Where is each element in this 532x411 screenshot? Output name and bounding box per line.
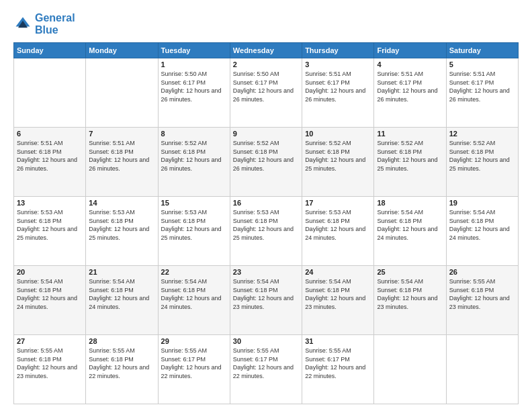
- calendar-cell: [86, 58, 158, 128]
- day-number: 14: [89, 199, 154, 207]
- calendar-cell: 22Sunrise: 5:54 AMSunset: 6:18 PMDayligh…: [158, 266, 230, 335]
- day-number: 31: [305, 337, 371, 345]
- weekday-header: Thursday: [302, 43, 374, 58]
- calendar-cell: 11Sunrise: 5:52 AMSunset: 6:18 PMDayligh…: [374, 128, 446, 197]
- day-info: Sunrise: 5:55 AMSunset: 6:17 PMDaylight:…: [305, 347, 371, 380]
- day-info: Sunrise: 5:52 AMSunset: 6:18 PMDaylight:…: [233, 139, 299, 173]
- day-number: 21: [89, 268, 154, 276]
- day-info: Sunrise: 5:55 AMSunset: 6:18 PMDaylight:…: [449, 277, 515, 311]
- calendar-cell: 24Sunrise: 5:54 AMSunset: 6:18 PMDayligh…: [302, 266, 374, 335]
- day-number: 1: [161, 60, 227, 68]
- day-number: 19: [449, 199, 515, 207]
- calendar-cell: 21Sunrise: 5:54 AMSunset: 6:18 PMDayligh…: [86, 266, 158, 335]
- day-info: Sunrise: 5:55 AMSunset: 6:17 PMDaylight:…: [161, 347, 227, 380]
- day-info: Sunrise: 5:52 AMSunset: 6:18 PMDaylight:…: [377, 139, 443, 173]
- calendar-week-row: 13Sunrise: 5:53 AMSunset: 6:18 PMDayligh…: [14, 197, 519, 266]
- day-number: 10: [305, 130, 371, 138]
- day-info: Sunrise: 5:54 AMSunset: 6:18 PMDaylight:…: [17, 277, 83, 311]
- day-number: 17: [305, 199, 371, 207]
- calendar-cell: 12Sunrise: 5:52 AMSunset: 6:18 PMDayligh…: [446, 128, 518, 197]
- calendar-cell: 19Sunrise: 5:54 AMSunset: 6:18 PMDayligh…: [446, 197, 518, 266]
- calendar-cell: 5Sunrise: 5:51 AMSunset: 6:17 PMDaylight…: [446, 58, 518, 128]
- calendar-cell: 14Sunrise: 5:53 AMSunset: 6:18 PMDayligh…: [86, 197, 158, 266]
- day-number: 29: [161, 337, 227, 345]
- day-info: Sunrise: 5:50 AMSunset: 6:17 PMDaylight:…: [161, 70, 227, 103]
- day-number: 13: [17, 199, 83, 207]
- day-info: Sunrise: 5:54 AMSunset: 6:18 PMDaylight:…: [89, 277, 154, 311]
- calendar-cell: 13Sunrise: 5:53 AMSunset: 6:18 PMDayligh…: [14, 197, 86, 266]
- calendar-cell: 28Sunrise: 5:55 AMSunset: 6:18 PMDayligh…: [86, 335, 158, 404]
- calendar-cell: 31Sunrise: 5:55 AMSunset: 6:17 PMDayligh…: [302, 335, 374, 404]
- weekday-header: Wednesday: [230, 43, 302, 58]
- day-info: Sunrise: 5:53 AMSunset: 6:18 PMDaylight:…: [305, 208, 371, 242]
- day-info: Sunrise: 5:50 AMSunset: 6:17 PMDaylight:…: [233, 70, 299, 103]
- calendar-cell: [14, 58, 86, 128]
- calendar-cell: 9Sunrise: 5:52 AMSunset: 6:18 PMDaylight…: [230, 128, 302, 197]
- day-info: Sunrise: 5:53 AMSunset: 6:18 PMDaylight:…: [161, 208, 227, 242]
- day-info: Sunrise: 5:52 AMSunset: 6:18 PMDaylight:…: [161, 139, 227, 173]
- calendar-cell: 15Sunrise: 5:53 AMSunset: 6:18 PMDayligh…: [158, 197, 230, 266]
- day-number: 12: [449, 130, 515, 138]
- day-info: Sunrise: 5:53 AMSunset: 6:18 PMDaylight:…: [233, 208, 299, 242]
- logo-icon: [13, 15, 32, 34]
- day-info: Sunrise: 5:51 AMSunset: 6:17 PMDaylight:…: [449, 70, 515, 103]
- logo-text: General Blue: [35, 12, 75, 36]
- day-info: Sunrise: 5:53 AMSunset: 6:18 PMDaylight:…: [17, 208, 83, 242]
- day-info: Sunrise: 5:54 AMSunset: 6:18 PMDaylight:…: [161, 277, 227, 311]
- weekday-header: Tuesday: [158, 43, 230, 58]
- day-info: Sunrise: 5:53 AMSunset: 6:18 PMDaylight:…: [89, 208, 154, 242]
- day-number: 25: [377, 268, 443, 276]
- day-info: Sunrise: 5:52 AMSunset: 6:18 PMDaylight:…: [449, 139, 515, 173]
- calendar-cell: 8Sunrise: 5:52 AMSunset: 6:18 PMDaylight…: [158, 128, 230, 197]
- weekday-header: Monday: [86, 43, 158, 58]
- calendar-cell: 25Sunrise: 5:54 AMSunset: 6:18 PMDayligh…: [374, 266, 446, 335]
- day-number: 16: [233, 199, 299, 207]
- day-number: 18: [377, 199, 443, 207]
- day-number: 6: [17, 130, 83, 138]
- calendar-cell: 2Sunrise: 5:50 AMSunset: 6:17 PMDaylight…: [230, 58, 302, 128]
- day-number: 28: [89, 337, 154, 345]
- day-number: 11: [377, 130, 443, 138]
- calendar-cell: 6Sunrise: 5:51 AMSunset: 6:18 PMDaylight…: [14, 128, 86, 197]
- day-number: 30: [233, 337, 299, 345]
- day-info: Sunrise: 5:52 AMSunset: 6:18 PMDaylight:…: [305, 139, 371, 173]
- calendar-week-row: 20Sunrise: 5:54 AMSunset: 6:18 PMDayligh…: [14, 266, 519, 335]
- day-number: 2: [233, 60, 299, 68]
- day-number: 15: [161, 199, 227, 207]
- day-number: 20: [17, 268, 83, 276]
- day-number: 3: [305, 60, 371, 68]
- weekday-header: Friday: [374, 43, 446, 58]
- calendar-cell: 29Sunrise: 5:55 AMSunset: 6:17 PMDayligh…: [158, 335, 230, 404]
- day-info: Sunrise: 5:51 AMSunset: 6:17 PMDaylight:…: [377, 70, 443, 103]
- calendar-cell: 17Sunrise: 5:53 AMSunset: 6:18 PMDayligh…: [302, 197, 374, 266]
- day-info: Sunrise: 5:54 AMSunset: 6:18 PMDaylight:…: [305, 277, 371, 311]
- calendar-header-row: SundayMondayTuesdayWednesdayThursdayFrid…: [14, 43, 519, 58]
- day-number: 27: [17, 337, 83, 345]
- calendar-cell: [446, 335, 518, 404]
- calendar-cell: 26Sunrise: 5:55 AMSunset: 6:18 PMDayligh…: [446, 266, 518, 335]
- day-info: Sunrise: 5:54 AMSunset: 6:18 PMDaylight:…: [377, 277, 443, 311]
- calendar-cell: 30Sunrise: 5:55 AMSunset: 6:17 PMDayligh…: [230, 335, 302, 404]
- calendar-cell: 7Sunrise: 5:51 AMSunset: 6:18 PMDaylight…: [86, 128, 158, 197]
- calendar-cell: 27Sunrise: 5:55 AMSunset: 6:18 PMDayligh…: [14, 335, 86, 404]
- day-number: 8: [161, 130, 227, 138]
- day-info: Sunrise: 5:54 AMSunset: 6:18 PMDaylight:…: [233, 277, 299, 311]
- day-number: 4: [377, 60, 443, 68]
- weekday-header: Saturday: [446, 43, 518, 58]
- calendar-week-row: 27Sunrise: 5:55 AMSunset: 6:18 PMDayligh…: [14, 335, 519, 404]
- logo: General Blue: [13, 12, 75, 36]
- calendar-cell: 23Sunrise: 5:54 AMSunset: 6:18 PMDayligh…: [230, 266, 302, 335]
- calendar-cell: 10Sunrise: 5:52 AMSunset: 6:18 PMDayligh…: [302, 128, 374, 197]
- calendar-week-row: 1Sunrise: 5:50 AMSunset: 6:17 PMDaylight…: [14, 58, 519, 128]
- calendar-cell: 1Sunrise: 5:50 AMSunset: 6:17 PMDaylight…: [158, 58, 230, 128]
- day-info: Sunrise: 5:51 AMSunset: 6:18 PMDaylight:…: [89, 139, 154, 173]
- header: General Blue: [13, 12, 519, 36]
- page: General Blue SundayMondayTuesdayWednesda…: [0, 0, 532, 411]
- calendar-week-row: 6Sunrise: 5:51 AMSunset: 6:18 PMDaylight…: [14, 128, 519, 197]
- day-info: Sunrise: 5:55 AMSunset: 6:17 PMDaylight:…: [233, 347, 299, 380]
- day-number: 5: [449, 60, 515, 68]
- day-info: Sunrise: 5:51 AMSunset: 6:17 PMDaylight:…: [305, 70, 371, 103]
- weekday-header: Sunday: [14, 43, 86, 58]
- day-number: 22: [161, 268, 227, 276]
- day-number: 26: [449, 268, 515, 276]
